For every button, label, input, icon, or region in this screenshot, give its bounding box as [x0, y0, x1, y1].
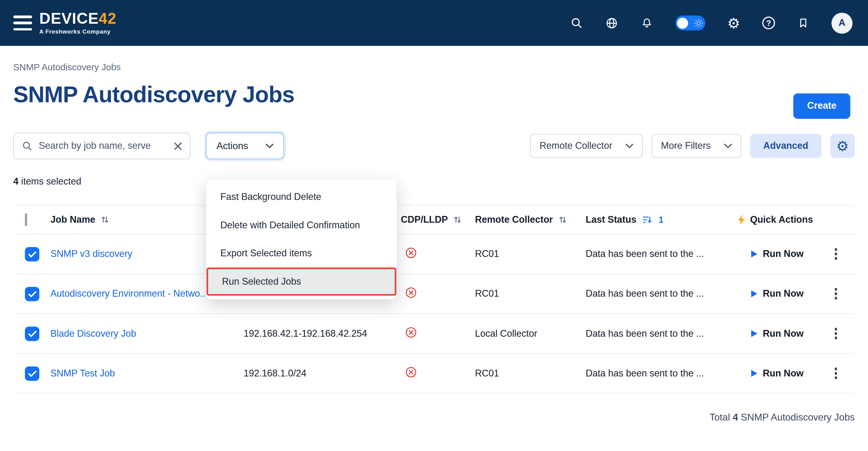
- kebab-menu-button[interactable]: [831, 325, 841, 343]
- remote-collector-cell: RC01: [475, 248, 586, 259]
- page-title: SNMP Autodiscovery Jobs: [13, 81, 855, 108]
- menu-item-delete-with-detailed-confirmation[interactable]: Delete with Detailed Confirmation: [207, 211, 396, 239]
- brand-primary: DEVICE: [39, 10, 99, 27]
- device42-logo[interactable]: DEVICE42 A Freshworks Company: [39, 11, 117, 34]
- row-checkbox[interactable]: [25, 287, 39, 301]
- column-header-quick-actions: Quick Actions: [737, 214, 855, 225]
- bell-icon[interactable]: [640, 17, 653, 29]
- brand-accent: 42: [99, 10, 117, 27]
- hamburger-menu-button[interactable]: [13, 15, 32, 30]
- menu-item-run-selected-jobs[interactable]: Run Selected Jobs: [207, 267, 396, 296]
- run-now-button[interactable]: Run Now: [750, 248, 804, 259]
- hamburger-icon: [13, 15, 32, 18]
- sort-order-badge: 1: [658, 215, 663, 225]
- create-button[interactable]: Create: [794, 93, 850, 119]
- sort-icon: [454, 216, 462, 224]
- menu-item-export-selected-items[interactable]: Export Selected items: [207, 239, 396, 268]
- search-box: [13, 133, 190, 159]
- lightning-icon: [737, 215, 746, 225]
- remote-collector-cell: RC01: [475, 368, 586, 379]
- brand-tagline: A Freshworks Company: [39, 29, 117, 35]
- row-checkbox[interactable]: [25, 366, 39, 381]
- avatar[interactable]: A: [831, 12, 852, 33]
- table-row: SNMP Test Job 192.168.1.0/24 RC01 Data h…: [13, 354, 855, 393]
- kebab-menu-button[interactable]: [831, 364, 841, 382]
- play-icon: [750, 369, 758, 377]
- table-row: SNMP v3 discovery RC01 Data has been sen…: [13, 234, 855, 274]
- column-header-cdp-lldp[interactable]: CDP/LLDP: [401, 214, 475, 225]
- top-navbar: DEVICE42 A Freshworks Company ⚙ ?: [0, 0, 868, 46]
- play-icon: [750, 329, 758, 337]
- column-header-last-status[interactable]: Last Status 1: [586, 214, 736, 225]
- error-circle-icon: [405, 326, 417, 338]
- remote-collector-cell: Local Collector: [475, 328, 586, 339]
- toolbar: Actions Remote Collector More Filters: [13, 133, 855, 159]
- main-content: SNMP Autodiscovery Jobs SNMP Autodiscove…: [0, 62, 868, 446]
- job-name-link[interactable]: Blade Discovery Job: [50, 328, 136, 339]
- last-status-cell: Data has been sent to the ...: [586, 368, 736, 379]
- globe-icon[interactable]: [605, 16, 618, 30]
- chevron-down-icon: [625, 143, 633, 148]
- total-count: 4: [733, 412, 738, 423]
- kebab-menu-button[interactable]: [831, 285, 841, 302]
- table-header-row: Job Name CDP/LLDP Remote Collector: [13, 205, 855, 234]
- error-circle-icon: [405, 366, 417, 378]
- actions-dropdown-button[interactable]: Actions: [206, 133, 284, 159]
- row-checkbox[interactable]: [25, 247, 39, 261]
- selection-count: 4: [13, 176, 19, 187]
- last-status-cell: Data has been sent to the ...: [586, 248, 736, 259]
- theme-toggle[interactable]: [675, 15, 705, 30]
- jobs-table: Job Name CDP/LLDP Remote Collector: [13, 205, 855, 394]
- total-count-summary: Total 4 SNMP Autodiscovery Jobs: [13, 412, 855, 446]
- table-row: Autodiscovery Environment - Netwo... 192…: [13, 274, 855, 314]
- toggle-knob: [677, 18, 688, 29]
- table-settings-button[interactable]: ⚙: [830, 134, 855, 158]
- bookmark-icon[interactable]: [797, 17, 809, 29]
- help-icon[interactable]: ?: [762, 17, 775, 29]
- search-icon[interactable]: [570, 17, 583, 29]
- play-icon: [750, 290, 758, 298]
- job-name-link[interactable]: SNMP Test Job: [50, 368, 115, 379]
- play-icon: [750, 250, 758, 258]
- run-now-button[interactable]: Run Now: [750, 328, 804, 339]
- error-circle-icon: [405, 287, 417, 298]
- gear-icon[interactable]: ⚙: [727, 16, 740, 30]
- run-now-button[interactable]: Run Now: [750, 288, 804, 299]
- chevron-down-icon: [266, 143, 273, 148]
- error-circle-icon: [405, 247, 417, 258]
- actions-dropdown-menu: Fast Background Delete Delete with Detai…: [206, 179, 397, 299]
- advanced-button[interactable]: Advanced: [750, 134, 822, 158]
- remote-collector-filter[interactable]: Remote Collector: [530, 134, 643, 158]
- job-name-link[interactable]: SNMP v3 discovery: [50, 248, 132, 259]
- sort-icon: [101, 216, 109, 224]
- sun-icon: [694, 19, 703, 27]
- run-now-button[interactable]: Run Now: [750, 368, 804, 379]
- search-input[interactable]: [39, 140, 168, 152]
- table-row: Blade Discovery Job 192.168.42.1-192.168…: [13, 314, 855, 354]
- sort-icon: [559, 216, 567, 224]
- select-all-checkbox[interactable]: [25, 213, 27, 226]
- job-name-link[interactable]: Autodiscovery Environment - Netwo...: [50, 288, 208, 299]
- menu-item-fast-background-delete[interactable]: Fast Background Delete: [207, 183, 396, 211]
- selection-summary: 4 items selected: [13, 176, 855, 187]
- target-cell: 192.168.1.0/24: [244, 368, 388, 379]
- chevron-down-icon: [724, 143, 732, 148]
- sort-desc-icon: [642, 216, 652, 224]
- device42-app: DEVICE42 A Freshworks Company ⚙ ?: [0, 0, 868, 451]
- kebab-menu-button[interactable]: [831, 245, 841, 263]
- gear-icon: ⚙: [836, 139, 848, 153]
- clear-search-icon[interactable]: [174, 142, 182, 150]
- search-icon: [22, 140, 33, 152]
- row-checkbox[interactable]: [25, 326, 39, 341]
- remote-collector-cell: RC01: [475, 288, 586, 299]
- column-header-remote-collector[interactable]: Remote Collector: [475, 214, 586, 225]
- breadcrumb[interactable]: SNMP Autodiscovery Jobs: [13, 62, 121, 72]
- target-cell: 192.168.42.1-192.168.42.254: [244, 328, 388, 339]
- last-status-cell: Data has been sent to the ...: [586, 288, 736, 299]
- more-filters-dropdown[interactable]: More Filters: [652, 134, 741, 158]
- last-status-cell: Data has been sent to the ...: [586, 328, 736, 339]
